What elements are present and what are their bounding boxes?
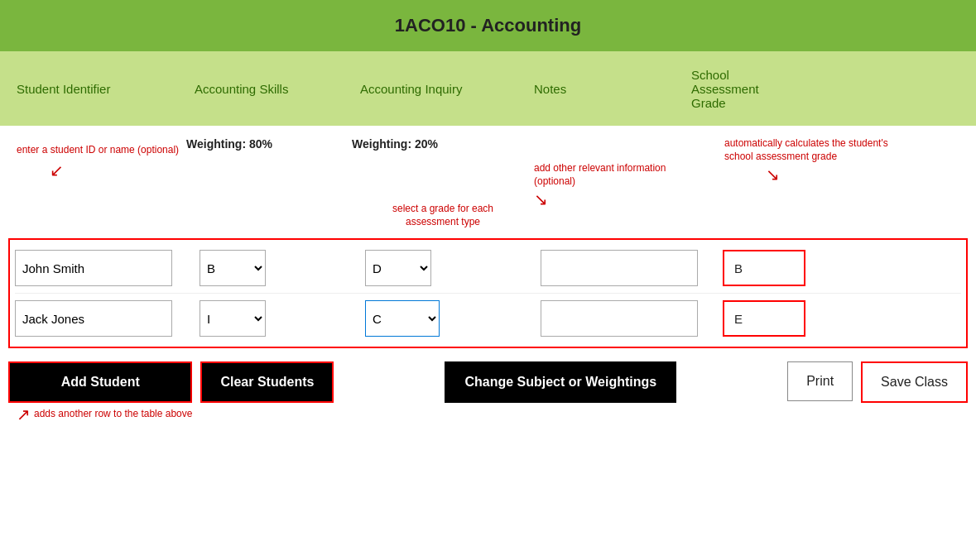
school-grade-display-0: B (723, 250, 805, 286)
arrow-student: ↙ (50, 160, 64, 180)
change-subject-button[interactable]: Change Subject or Weightings (445, 361, 676, 403)
annotation-notes: add other relevant information (optional… (534, 162, 700, 188)
weighting-inquiry: Weighting: 20% (352, 137, 438, 151)
page-header: 1ACO10 - Accounting (0, 0, 976, 51)
table-row: A B C D E I A B C D E I E (15, 294, 961, 343)
student-name-input-0[interactable] (15, 250, 172, 286)
skills-grade-select-1[interactable]: A B C D E I (200, 300, 266, 337)
col-header-notes: Notes (517, 74, 683, 104)
print-button[interactable]: Print (787, 361, 853, 401)
page-title: 1ACO10 - Accounting (395, 15, 581, 36)
student-name-input-1[interactable] (15, 300, 172, 337)
table-row: A B C D E I A B C D E I B (15, 243, 961, 294)
school-grade-display-1: E (723, 300, 805, 337)
add-student-wrapper: Add Student ↗ adds another row to the ta… (8, 361, 192, 423)
add-student-button[interactable]: Add Student (8, 361, 192, 403)
inquiry-grade-select-0[interactable]: A B C D E I (365, 250, 431, 286)
col-header-student: Student Identifier (8, 74, 186, 104)
arrow-grade: ↘ (766, 165, 780, 184)
save-class-button[interactable]: Save Class (861, 361, 968, 403)
clear-students-button[interactable]: Clear Students (200, 361, 334, 403)
column-headers: Student Identifier Accounting Skills Acc… (0, 51, 976, 126)
col-header-grade: School Assessment Grade (683, 60, 791, 118)
notes-input-1[interactable] (541, 300, 698, 337)
notes-input-0[interactable] (541, 250, 698, 286)
col-header-inquiry: Accounting Inquiry (352, 74, 517, 104)
annotation-add: adds another row to the table above (34, 408, 192, 421)
inquiry-grade-select-1[interactable]: A B C D E I (365, 300, 440, 337)
annotation-grade: automatically calculates the student's s… (724, 137, 906, 163)
student-data-group: A B C D E I A B C D E I B (8, 238, 968, 348)
annotation-student: enter a student ID or name (optional) (17, 144, 179, 157)
arrow-add: ↗ (17, 406, 31, 423)
skills-grade-select-0[interactable]: A B C D E I (200, 250, 266, 286)
arrow-notes: ↘ (534, 189, 548, 209)
annotation-inquiry: select a grade for each assessment type (368, 203, 517, 228)
weighting-skills: Weighting: 80% (186, 137, 272, 151)
col-header-skills: Accounting Skills (186, 74, 352, 104)
